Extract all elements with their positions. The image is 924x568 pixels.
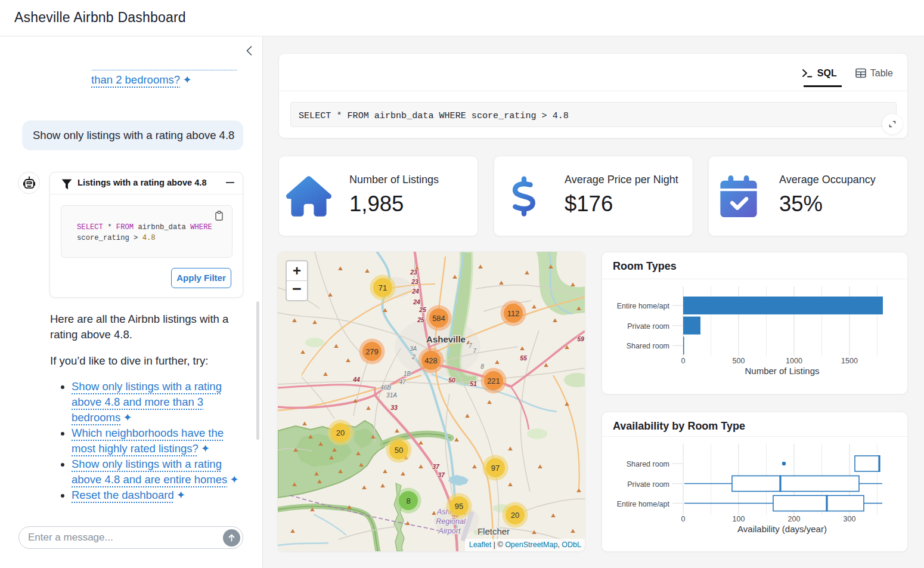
svg-text:Availability (days/year): Availability (days/year) (737, 524, 827, 534)
svg-text:Fletcher: Fletcher (477, 526, 510, 536)
svg-text:20: 20 (511, 511, 519, 520)
svg-text:100: 100 (733, 515, 745, 523)
svg-text:8: 8 (406, 496, 410, 505)
svg-text:0: 0 (681, 357, 686, 365)
svg-text:37: 37 (432, 463, 440, 470)
svg-text:46B: 46B (380, 384, 391, 391)
svg-text:3A: 3A (410, 345, 417, 352)
svg-text:Number of Listings: Number of Listings (745, 366, 819, 376)
svg-text:500: 500 (733, 357, 745, 365)
svg-text:23: 23 (410, 268, 417, 276)
svg-text:Private room: Private room (627, 322, 669, 331)
svg-text:23: 23 (411, 278, 418, 285)
svg-text:Asheville: Asheville (426, 334, 466, 344)
svg-text:200: 200 (788, 515, 801, 523)
svg-text:8: 8 (480, 363, 484, 370)
svg-text:Shared room: Shared room (627, 460, 669, 468)
svg-text:300: 300 (844, 515, 856, 523)
svg-text:Regional: Regional (436, 517, 466, 526)
svg-text:0: 0 (681, 515, 686, 523)
svg-text:279: 279 (365, 347, 379, 356)
svg-text:33: 33 (390, 404, 398, 411)
svg-text:1B: 1B (404, 371, 411, 377)
svg-text:97: 97 (491, 464, 500, 473)
svg-text:50: 50 (448, 376, 455, 384)
svg-text:71: 71 (379, 283, 387, 292)
svg-text:Entire home/apt: Entire home/apt (617, 500, 670, 508)
svg-text:1500: 1500 (841, 357, 858, 365)
svg-text:25: 25 (417, 316, 424, 323)
svg-text:Entire home/apt: Entire home/apt (617, 302, 670, 310)
svg-text:24: 24 (413, 298, 420, 305)
svg-text:7: 7 (469, 342, 472, 349)
svg-text:428: 428 (424, 356, 438, 365)
svg-text:31A: 31A (386, 392, 397, 399)
svg-text:221: 221 (487, 376, 500, 385)
svg-text:112: 112 (507, 309, 520, 318)
svg-text:Private room: Private room (627, 480, 669, 489)
svg-text:584: 584 (432, 314, 445, 323)
svg-text:7: 7 (473, 348, 476, 354)
svg-text:24: 24 (411, 288, 419, 295)
svg-text:Airport: Airport (438, 527, 461, 535)
svg-text:25: 25 (418, 306, 426, 313)
svg-text:44: 44 (352, 376, 360, 383)
svg-text:55: 55 (520, 354, 527, 362)
svg-text:95: 95 (455, 502, 463, 511)
svg-text:51: 51 (470, 380, 477, 387)
svg-text:2: 2 (411, 354, 416, 360)
svg-text:1000: 1000 (786, 357, 802, 365)
svg-text:Shared room: Shared room (627, 342, 669, 350)
svg-text:20: 20 (336, 428, 345, 437)
svg-text:47: 47 (399, 379, 406, 385)
svg-text:37: 37 (438, 471, 445, 479)
svg-text:50: 50 (395, 446, 403, 455)
svg-text:59: 59 (577, 335, 584, 342)
